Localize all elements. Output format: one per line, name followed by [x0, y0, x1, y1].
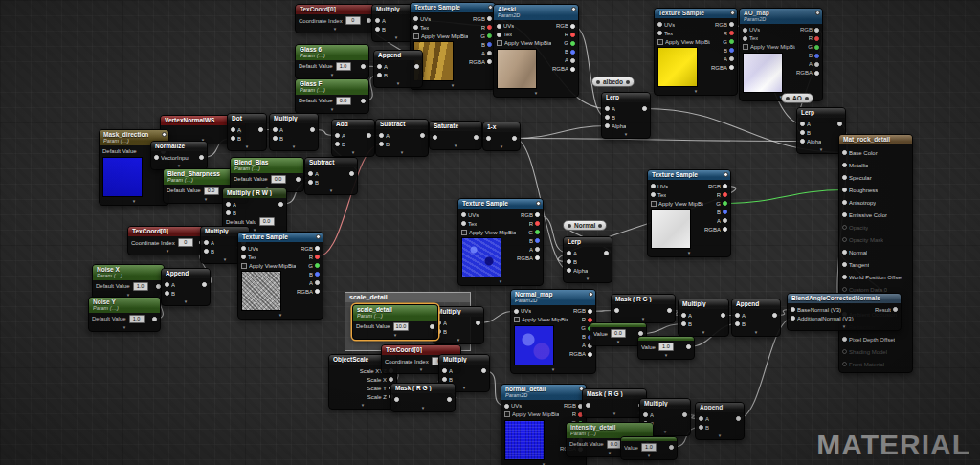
pin-a[interactable] [377, 64, 382, 69]
collapse-chevron-icon[interactable]: ▾ [332, 150, 374, 156]
pin-a[interactable] [308, 171, 313, 176]
value-box[interactable]: 1.0 [129, 315, 145, 323]
pin-b[interactable] [487, 42, 492, 47]
pin-a[interactable] [800, 122, 805, 126]
pin-out[interactable] [258, 127, 263, 132]
pin-g[interactable] [729, 39, 734, 44]
node-normal_map[interactable]: Normal_mapParam2DUVsApply View MipBiasRG… [510, 289, 596, 374]
pin-rgba[interactable] [588, 352, 592, 357]
value-box[interactable]: 0.0 [259, 217, 275, 226]
pin-g[interactable] [814, 45, 819, 50]
pin-g[interactable] [315, 263, 320, 268]
collapse-chevron-icon[interactable]: ▾ [511, 367, 595, 373]
pin-out[interactable] [420, 133, 425, 138]
pin-a[interactable] [273, 127, 278, 132]
node-blendangle[interactable]: BlendAngleCorrectedNormalsBaseNormal (V3… [787, 293, 902, 331]
value-box[interactable]: 1.0 [658, 343, 674, 351]
pin-a[interactable] [231, 127, 235, 132]
node-ts_noise[interactable]: Texture SampleUVsTexApply View MipBiasRG… [237, 232, 323, 320]
pin-out[interactable] [278, 202, 283, 207]
pin-scale-x[interactable] [389, 377, 393, 382]
material-graph-canvas[interactable]: scale_detailTexCoord[0]Coordinate Index0… [0, 0, 980, 465]
node-lerp_a[interactable]: LerpABAlpha▾ [601, 92, 651, 139]
pin-out[interactable] [667, 308, 672, 313]
mipbias-checkbox[interactable] [241, 263, 247, 269]
pin-tex[interactable] [743, 36, 747, 41]
pin-out[interactable] [414, 64, 419, 69]
collapse-chevron-icon[interactable]: ▾ [376, 150, 428, 156]
pin-out[interactable] [476, 321, 480, 325]
pin-b[interactable] [723, 210, 727, 214]
node-app_b[interactable]: AppendAB▾ [161, 268, 211, 306]
value-box[interactable]: 1.0 [133, 282, 148, 291]
pin-g[interactable] [723, 201, 727, 206]
pin-out[interactable] [202, 282, 207, 287]
pin-uvs[interactable] [743, 28, 747, 33]
node-onem[interactable]: 1-x▾ [482, 122, 521, 151]
reroute-in-pin[interactable] [786, 97, 790, 100]
node-material[interactable]: Mat_rock_detailBase ColorMetallicSpecula… [838, 134, 913, 373]
pin-b[interactable] [273, 136, 278, 141]
value-box[interactable]: 0.0 [204, 187, 219, 195]
reroute-node-normal[interactable]: Normal [563, 220, 607, 231]
pin-out[interactable] [604, 251, 609, 255]
mipbias-checkbox[interactable] [413, 33, 419, 39]
pin-uvs[interactable] [657, 22, 662, 27]
collapse-chevron-icon[interactable]: ▾ [374, 81, 422, 87]
reroute-node-ao[interactable]: AO [781, 93, 813, 103]
value-box[interactable]: 10.0 [393, 322, 410, 331]
node-scale_detail[interactable]: scale_detailParam (…)Default Value10.0▾ [352, 304, 438, 340]
pin-uvs[interactable] [504, 404, 509, 409]
pin-out[interactable] [296, 177, 301, 182]
pin-out[interactable] [361, 99, 366, 103]
pin-base-color[interactable] [842, 150, 847, 155]
pin-in[interactable] [486, 136, 491, 141]
pin-b[interactable] [377, 73, 382, 78]
pin-rgb[interactable] [570, 24, 575, 29]
preview-dot-icon[interactable] [730, 11, 735, 15]
node-val_b[interactable]: Value1.0▾ [637, 336, 695, 360]
pin-g[interactable] [487, 33, 492, 38]
preview-dot-icon[interactable] [589, 292, 593, 297]
pin-a[interactable] [442, 368, 447, 373]
value-box[interactable]: 0 [178, 238, 193, 247]
reroute-out-pin[interactable] [598, 224, 602, 228]
pin-r[interactable] [487, 25, 492, 30]
pin-out[interactable] [152, 317, 157, 321]
pin-b[interactable] [729, 48, 734, 53]
collapse-chevron-icon[interactable]: ▾ [696, 433, 744, 439]
pin-tangent[interactable] [842, 262, 847, 267]
pin-out[interactable] [310, 127, 315, 132]
pin-out[interactable] [736, 416, 741, 421]
pin-front-material[interactable] [842, 362, 847, 366]
value-box[interactable]: 0.0 [271, 175, 286, 184]
value-box[interactable]: 0 [345, 16, 361, 25]
collapse-chevron-icon[interactable]: ▾ [296, 73, 368, 78]
pin-out[interactable] [367, 133, 371, 138]
value-box[interactable]: 0.0 [336, 97, 351, 105]
pin-r[interactable] [315, 255, 320, 259]
pin-rgba[interactable] [315, 289, 320, 294]
reroute-out-pin[interactable] [626, 80, 630, 84]
pin-a[interactable] [814, 62, 819, 67]
pin-rgb[interactable] [535, 212, 540, 217]
pin-out[interactable] [686, 344, 691, 349]
pin-tex[interactable] [413, 25, 418, 30]
pin-out[interactable] [430, 324, 434, 329]
collapse-chevron-icon[interactable]: ▾ [128, 249, 207, 255]
value-box[interactable]: 1.0 [336, 62, 351, 71]
pin-rgb[interactable] [487, 16, 492, 21]
node-ts_blue[interactable]: Texture SampleUVsTexApply View MipBiasRG… [457, 198, 544, 286]
collapse-chevron-icon[interactable]: ▾ [411, 83, 495, 89]
pin-rgb[interactable] [729, 22, 734, 27]
pin-rgb[interactable] [315, 246, 320, 251]
node-ts_b[interactable]: Texture SampleUVsTexApply View MipBiasRG… [654, 8, 738, 96]
pin-b[interactable] [226, 210, 231, 215]
pin-anisotropy[interactable] [842, 200, 847, 205]
pin-uvs[interactable] [413, 16, 418, 21]
node-mask_b[interactable]: Mask ( R G )▾ [390, 383, 456, 412]
pin-b[interactable] [165, 291, 169, 296]
mipbias-checkbox[interactable] [497, 40, 502, 46]
pin-r[interactable] [570, 33, 575, 37]
pin-a[interactable] [315, 280, 320, 285]
